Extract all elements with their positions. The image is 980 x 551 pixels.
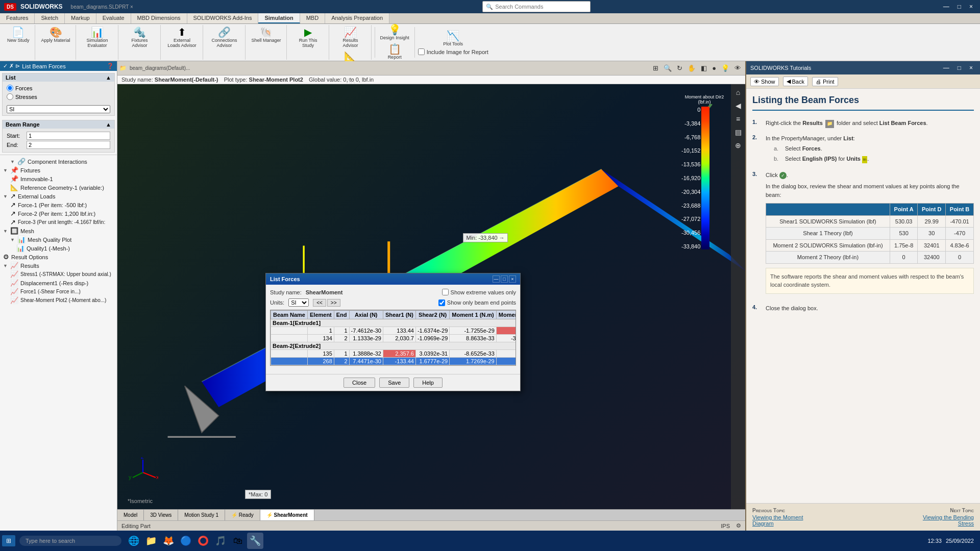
shell-btn[interactable]: 🐚 Shell Manager bbox=[250, 26, 283, 44]
taskbar-app-sw[interactable]: 🔧 bbox=[247, 533, 263, 549]
nav-prev-btn[interactable]: << bbox=[313, 299, 326, 307]
prev-topic-link[interactable]: Viewing the MomentDiagram bbox=[752, 514, 803, 527]
minimize-btn[interactable]: — bbox=[940, 2, 952, 11]
tree-item-fixtures[interactable]: ▼ 📌 Fixtures bbox=[2, 166, 115, 174]
nav-home-btn[interactable]: ⌂ bbox=[732, 86, 744, 98]
nav-tree-btn[interactable]: ≡ bbox=[732, 113, 744, 125]
tab-mbd[interactable]: MBD bbox=[300, 13, 325, 23]
table-row[interactable]: 134 2 1.1333e-29 2,030.7 -1.0969e-29 8.8… bbox=[271, 335, 517, 342]
nav-back-btn[interactable]: ◀ bbox=[732, 99, 744, 112]
include-image-check[interactable] bbox=[418, 48, 425, 55]
display-style-btn[interactable]: ● bbox=[710, 63, 718, 73]
list-section-header[interactable]: List ▲ bbox=[3, 73, 114, 82]
search-bar[interactable]: 🔍 bbox=[482, 1, 591, 12]
tab-ready[interactable]: ⚡ Ready bbox=[225, 510, 260, 520]
hide-show-btn[interactable]: 👁 bbox=[732, 63, 743, 73]
taskbar-app-firefox[interactable]: 🦊 bbox=[160, 533, 177, 549]
show-end-points-input[interactable] bbox=[438, 299, 445, 306]
rotate-btn[interactable]: ↻ bbox=[675, 63, 684, 73]
viewport-canvas[interactable]: ✓ bbox=[117, 84, 745, 509]
units-select[interactable]: SI IPS bbox=[288, 298, 309, 307]
tutorial-minimize[interactable]: — bbox=[940, 63, 952, 72]
view-orient-btn[interactable]: ⊞ bbox=[651, 63, 660, 73]
tab-shearmoment[interactable]: ⚡ ShearMoment bbox=[260, 510, 314, 520]
new-study-btn[interactable]: 📄 New Study bbox=[5, 26, 32, 44]
close-btn[interactable]: × bbox=[966, 2, 976, 11]
tab-analysis-prep[interactable]: Analysis Preparation bbox=[325, 13, 389, 23]
show-extreme-checkbox[interactable]: Show extreme values only bbox=[442, 289, 516, 295]
tab-motion[interactable]: Motion Study 1 bbox=[178, 510, 225, 520]
help-dialog-btn[interactable]: Help bbox=[413, 378, 443, 388]
run-btn[interactable]: ▶ Run This Study bbox=[291, 26, 326, 49]
nav-next-btn[interactable]: >> bbox=[327, 299, 340, 307]
tree-item-force-plot[interactable]: 📈 Force1 (-Shear Force in...) bbox=[2, 287, 115, 296]
tree-item-force1[interactable]: ↗ Force-1 (Per item: -500 lbf:) bbox=[2, 201, 115, 209]
fixtures-btn[interactable]: 🔩 Fixtures Advisor bbox=[122, 26, 157, 49]
close-dialog-btn[interactable]: Close bbox=[344, 378, 375, 388]
start-button[interactable]: ⊞ bbox=[2, 535, 15, 546]
table-row[interactable]: 135 1 1.3888e-32 2,357.6 3.0392e-31 -8.6… bbox=[271, 350, 517, 358]
tree-item-mesh[interactable]: ▼ 🔲 Mesh bbox=[2, 227, 115, 235]
tree-item-disp1[interactable]: 📈 Displacement1 (-Res disp-) bbox=[2, 279, 115, 287]
tab-simulation[interactable]: Simulation bbox=[258, 13, 300, 23]
dialog-maximize-btn[interactable]: □ bbox=[501, 276, 508, 283]
forces-radio[interactable]: Forces bbox=[7, 84, 110, 92]
pan-btn[interactable]: ✋ bbox=[685, 63, 698, 73]
forces-radio-input[interactable] bbox=[7, 85, 13, 91]
maximize-btn[interactable]: □ bbox=[954, 2, 964, 11]
search-input[interactable] bbox=[495, 4, 587, 10]
tutorial-back-btn[interactable]: ◀ Back bbox=[783, 77, 808, 86]
results-btn[interactable]: 📈 Results Advisor bbox=[333, 26, 368, 49]
tree-item-ref-geometry[interactable]: 📐 Reference Geometry-1 (variable:) bbox=[2, 183, 115, 192]
tree-item-results[interactable]: ▼ 📈 Results bbox=[2, 261, 115, 270]
list-forces-dialog[interactable]: List Forces — □ × Study name: ShearMomen… bbox=[265, 273, 521, 391]
nav-display-btn[interactable]: ▤ bbox=[732, 126, 744, 138]
show-extreme-input[interactable] bbox=[442, 289, 449, 295]
tree-item-shear-moment[interactable]: 📈 Shear-Moment Plot2 (-Moment abo...) bbox=[2, 296, 115, 305]
lights-btn[interactable]: 💡 bbox=[719, 63, 731, 73]
ext-loads-btn[interactable]: ⬆ External Loads Advisor bbox=[165, 26, 200, 49]
table-row[interactable]: 1 1 -7.4612e-30 133.44 -1.6374e-29 -1.72… bbox=[271, 327, 517, 335]
taskbar-app-store[interactable]: 🛍 bbox=[230, 533, 246, 549]
tree-item-immovable[interactable]: 📌 Immovable-1 bbox=[2, 174, 115, 183]
table-row-selected[interactable]: 268 2 7.4471e-30 -133.44 1.6777e-29 1.72… bbox=[271, 358, 517, 365]
connections-btn[interactable]: 🔗 Connections Advisor bbox=[207, 26, 242, 49]
save-dialog-btn[interactable]: Save bbox=[379, 378, 409, 388]
taskbar-app-media[interactable]: 🎵 bbox=[212, 533, 229, 549]
next-topic-link[interactable]: Viewing the BendingStress bbox=[923, 514, 974, 527]
taskbar-app-explorer[interactable]: 📁 bbox=[143, 533, 159, 549]
taskbar-app-ie[interactable]: 🌐 bbox=[126, 533, 142, 549]
tab-addins[interactable]: SOLIDWORKS Add-Ins bbox=[187, 13, 259, 23]
tab-mbd-dimensions[interactable]: MBD Dimensions bbox=[131, 13, 187, 23]
tutorial-print-btn[interactable]: 🖨 Print bbox=[812, 77, 838, 86]
tutorial-show-btn[interactable]: 👁 Show bbox=[750, 77, 779, 86]
tab-evaluate[interactable]: Evaluate bbox=[96, 13, 131, 23]
dialog-close-btn[interactable]: × bbox=[509, 276, 516, 283]
zoom-btn[interactable]: 🔍 bbox=[662, 63, 674, 73]
section-view-btn[interactable]: ◧ bbox=[699, 63, 709, 73]
taskbar-app-chrome[interactable]: ⭕ bbox=[195, 533, 211, 549]
tree-item-ext-loads[interactable]: ▼ ↗ External Loads bbox=[2, 192, 115, 201]
plot-tools-btn[interactable]: 📉 Plot Tools bbox=[418, 30, 488, 48]
tab-markup[interactable]: Markup bbox=[65, 13, 96, 23]
sim-evaluator-btn[interactable]: 📊 Simulation Evaluator bbox=[80, 26, 115, 49]
taskbar-search[interactable] bbox=[19, 536, 121, 546]
tutorial-maximize[interactable]: □ bbox=[954, 63, 964, 72]
tab-3d-views[interactable]: 3D Views bbox=[144, 510, 178, 520]
tree-item-force2[interactable]: ↗ Force-2 (Per item: 1,200 lbf.in:) bbox=[2, 209, 115, 218]
show-end-points-checkbox[interactable]: Show only beam end points bbox=[438, 299, 516, 306]
tree-item-stress1[interactable]: 📈 Stress1 (-STRMAX: Upper bound axial.) bbox=[2, 270, 115, 279]
tree-item-mesh-quality[interactable]: ▼ 📊 Mesh Quality Plot bbox=[2, 235, 115, 244]
tutorial-close[interactable]: × bbox=[966, 63, 976, 72]
apply-material-btn[interactable]: 🎨 Apply Material bbox=[39, 26, 72, 44]
tree-item-component-interactions[interactable]: ▼ 🔗 Component Interactions bbox=[2, 157, 115, 166]
beam-range-header[interactable]: Beam Range ▲ bbox=[3, 120, 114, 129]
report-btn[interactable]: 📋 Report bbox=[378, 43, 411, 61]
help-icon[interactable]: ❓ bbox=[107, 63, 114, 69]
tab-model[interactable]: Model bbox=[117, 510, 144, 520]
end-input[interactable] bbox=[27, 141, 110, 149]
tree-item-result-options[interactable]: ⚙ Result Options bbox=[2, 253, 115, 261]
tree-item-force3[interactable]: ↗ Force-3 (Per unit length: -4.1667 lbf/… bbox=[2, 218, 115, 227]
tab-features[interactable]: Features bbox=[0, 13, 35, 23]
stresses-radio[interactable]: Stresses bbox=[7, 92, 110, 101]
